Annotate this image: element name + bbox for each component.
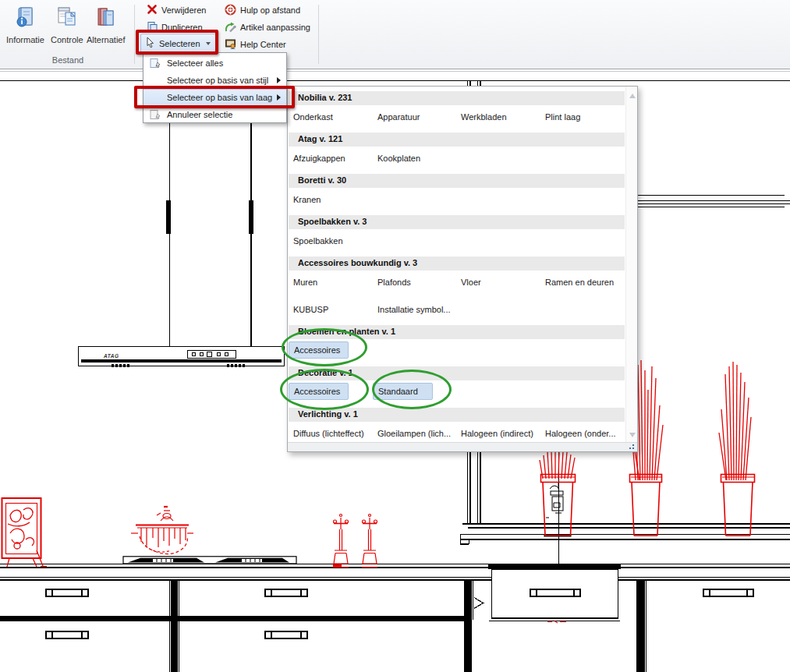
flyout-scrollbar[interactable]	[625, 87, 637, 442]
annotation-red-box-laag	[134, 86, 295, 108]
group-separator	[134, 5, 135, 64]
layer-item[interactable]: Spoelbakken	[293, 236, 343, 246]
info-book-icon	[13, 5, 37, 34]
verwijderen-button[interactable]: Verwijderen	[143, 2, 209, 18]
lifebuoy-icon	[225, 4, 236, 17]
layer-item[interactable]: Vloer	[461, 278, 481, 287]
informatie-button[interactable]: Informatie	[3, 3, 48, 47]
counter-accessory-right[interactable]	[362, 515, 377, 568]
resize-grip[interactable]	[632, 447, 634, 449]
artikel-aanpassing-button[interactable]: Artikel aanpassing	[221, 19, 314, 35]
plant-vases[interactable]	[541, 475, 755, 536]
layer-item[interactable]: Kranen	[293, 195, 321, 204]
menu-item-selecteer-alles[interactable]: Selecteer alles	[143, 55, 286, 72]
menu-item-label: Selecteer op basis van stijl	[167, 76, 268, 85]
alternatief-label: Alternatief	[87, 35, 126, 44]
menu-item-annuleer-selectie[interactable]: Annuleer selectie	[143, 106, 286, 123]
help-center-label: Help Center	[240, 40, 286, 49]
wall-art-frame[interactable]	[2, 498, 48, 567]
alternatief-button[interactable]: Alternatief	[83, 3, 129, 47]
layer-item[interactable]: Halogeen (indirect)	[461, 429, 533, 438]
layer-item[interactable]: Diffuus (lichteffect)	[293, 429, 364, 438]
layer-item[interactable]: Installatie symbol...	[377, 305, 451, 314]
verwijderen-label: Verwijderen	[161, 5, 206, 15]
layer-item[interactable]: Afzuigkappen	[293, 154, 345, 163]
cancel-selection-icon	[149, 109, 161, 121]
informatie-label: Informatie	[6, 35, 44, 44]
layer-group-header: Boretti v. 30	[289, 174, 625, 188]
layer-item[interactable]: Plint laag	[545, 112, 580, 122]
books-icon	[94, 5, 118, 34]
annotation-green-ellipse-accessoires-1	[282, 328, 367, 366]
layer-item[interactable]: Kookplaten	[377, 154, 420, 163]
layer-item[interactable]: Muren	[293, 278, 317, 287]
view-marker	[474, 598, 484, 609]
counter-accessory-left[interactable]	[333, 515, 349, 568]
hulp-op-afstand-label: Hulp op afstand	[240, 5, 300, 15]
layer-group-header: Nobilia v. 231	[289, 91, 625, 105]
help-center-button[interactable]: Help Center	[221, 37, 289, 52]
submenu-arrow-icon	[277, 77, 281, 83]
menu-item-label: Annuleer selectie	[167, 110, 232, 119]
base-cabinets[interactable]	[0, 578, 790, 672]
layer-item[interactable]: Plafonds	[377, 278, 411, 287]
layer-group-header: Atag v. 121	[289, 133, 625, 147]
flyout-footer	[288, 442, 637, 451]
check-pages-icon	[55, 5, 79, 34]
vase-ornament-sketch	[544, 483, 571, 536]
scroll-up-icon[interactable]	[629, 94, 636, 98]
ribbon-bottom-border	[0, 69, 790, 72]
help-center-icon	[225, 38, 236, 51]
pot-rack[interactable]	[131, 507, 193, 554]
layer-item[interactable]: Apparatuur	[377, 112, 420, 122]
layer-group-header: Accessoires bouwkundig v. 3	[289, 256, 625, 271]
layer-group-header: Spoelbakken v. 3	[289, 215, 625, 229]
annotation-red-box-selecteren	[136, 30, 218, 55]
countertop[interactable]	[0, 564, 790, 568]
controle-button[interactable]: Controle	[48, 3, 87, 47]
layer-item[interactable]: KUBUSP	[293, 305, 328, 314]
layer-item[interactable]: Ramen en deuren	[545, 278, 614, 287]
ribbon: Informatie Controle	[0, 0, 790, 69]
cooktop[interactable]	[123, 557, 296, 564]
controle-label: Controle	[51, 35, 83, 44]
drawer-handles	[46, 589, 753, 638]
hulp-op-afstand-button[interactable]: Hulp op afstand	[221, 2, 303, 18]
application-window: ATAG	[0, 0, 790, 672]
group-separator-2	[318, 5, 319, 64]
layer-item[interactable]: Halogeen (onder...	[545, 429, 616, 438]
annotation-green-ellipse-accessoires-2	[280, 369, 369, 410]
range-hood[interactable]: ATAG	[79, 347, 285, 368]
scroll-down-icon[interactable]	[629, 433, 636, 437]
delete-x-icon	[147, 4, 158, 16]
hood-brand-text: ATAG	[103, 353, 119, 359]
artikel-aanpassing-label: Artikel aanpassing	[240, 23, 310, 32]
layer-item[interactable]: Onderkast	[293, 112, 333, 122]
ribbon-group-label: Bestand	[11, 55, 125, 65]
annotation-green-ellipse-standaard	[372, 370, 452, 409]
select-all-icon	[149, 58, 161, 69]
layer-group-header: Verlichting v. 1	[289, 408, 625, 422]
layer-item[interactable]: Gloeilampen (lich...	[377, 429, 451, 438]
wrench-icon	[225, 21, 236, 34]
menu-item-label: Selecteer alles	[167, 58, 223, 68]
layer-item[interactable]: Werkbladen	[461, 112, 507, 122]
sink-cabinet[interactable]	[489, 565, 620, 621]
